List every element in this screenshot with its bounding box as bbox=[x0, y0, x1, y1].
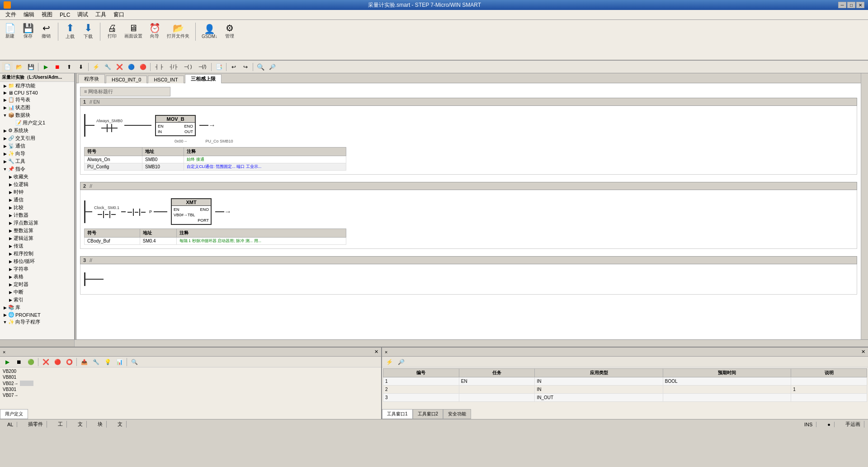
tree-item-wizard[interactable]: ▶ ✨ 向导 bbox=[0, 150, 74, 157]
tab-three-phase[interactable]: 三相感上限 bbox=[185, 74, 222, 83]
tree-item-cpu[interactable]: ▶ 🖥 CPU ST40 bbox=[0, 90, 74, 96]
tree-item-status[interactable]: ▶ 📊 状态图 bbox=[0, 104, 74, 111]
close-button[interactable]: ✕ bbox=[856, 2, 864, 8]
menu-plc[interactable]: PLC bbox=[56, 11, 74, 19]
h-scroll-track[interactable] bbox=[75, 340, 868, 347]
tab-hsc0-int0[interactable]: HSC0_INT_0 bbox=[106, 76, 147, 83]
menu-debug[interactable]: 调试 bbox=[74, 10, 92, 19]
h-scrollbar[interactable] bbox=[0, 339, 868, 347]
tb2-upload[interactable]: ⬆ bbox=[64, 62, 75, 72]
tb2-zoom-out[interactable]: 🔎 bbox=[267, 62, 278, 72]
tb2-download[interactable]: ⬇ bbox=[75, 62, 86, 72]
tb2-btn6[interactable]: 🔵 bbox=[126, 62, 137, 72]
tree-item-float[interactable]: ▶ 浮点数运算 bbox=[0, 219, 74, 227]
br-btn1[interactable]: ⚡ bbox=[384, 357, 395, 367]
tree-item-shift[interactable]: ▶ 移位/循环 bbox=[0, 257, 74, 265]
bottom-left-close[interactable]: ✕ bbox=[374, 349, 378, 355]
tree-item-bit[interactable]: ▶ 位逻辑 bbox=[0, 181, 74, 188]
download-button[interactable]: ⬇ 下载 bbox=[80, 22, 96, 41]
var-vb07[interactable]: VB07→ bbox=[1, 392, 380, 398]
tb2-run[interactable]: ▶ bbox=[40, 62, 51, 72]
maximize-button[interactable]: □ bbox=[847, 2, 855, 8]
tree-item-tools[interactable]: ▶ 🔧 工具 bbox=[0, 157, 74, 165]
tb2-btn4[interactable]: 🔧 bbox=[102, 62, 113, 72]
screen-settings-button[interactable]: 🖥 画面设置 bbox=[122, 22, 145, 41]
tb2-ncontact[interactable]: ┤/├ bbox=[167, 62, 180, 72]
tab-program-block[interactable]: 程序块 bbox=[78, 74, 105, 83]
network-title-input[interactable]: ≡ 网络标题行 bbox=[80, 87, 170, 96]
tb2-zoom-in[interactable]: 🔍 bbox=[255, 62, 266, 72]
bl-btn11[interactable]: 🔍 bbox=[129, 357, 140, 367]
tree-item-counter[interactable]: ▶ 计数器 bbox=[0, 211, 74, 219]
var-vb801[interactable]: VB801 bbox=[1, 374, 380, 380]
bl-tab-userdef[interactable]: 用户定义 bbox=[0, 409, 28, 419]
tree-item-logic[interactable]: ▶ 逻辑运算 bbox=[0, 234, 74, 242]
tree-item-wizard-sub[interactable]: ▼ ✨ 向导子程序 bbox=[0, 318, 74, 326]
tree-item-userdef[interactable]: 📝 用户定义1 bbox=[0, 119, 74, 127]
tb2-redo[interactable]: ↪ bbox=[240, 62, 251, 72]
bl-btn1[interactable]: ▶ bbox=[2, 357, 13, 367]
tb2-contact[interactable]: ┤ ├ bbox=[152, 62, 166, 72]
tree-item-instructions[interactable]: ▼ 📌 指令 bbox=[0, 165, 74, 173]
menu-window[interactable]: 窗口 bbox=[110, 10, 128, 19]
tree-item-comm2[interactable]: ▶ 通信 bbox=[0, 196, 74, 204]
tree-item-compare[interactable]: ▶ 比较 bbox=[0, 204, 74, 211]
open-folder-button[interactable]: 📂 打开文件夹 bbox=[165, 22, 192, 41]
print-button[interactable]: 🖨 打印 bbox=[104, 22, 120, 41]
bl-btn7[interactable]: 📤 bbox=[79, 357, 90, 367]
tb2-network[interactable]: 📑 bbox=[213, 62, 224, 72]
bl-btn10[interactable]: 📊 bbox=[114, 357, 125, 367]
tree-item-fav[interactable]: ▶ 收藏夹 bbox=[0, 173, 74, 181]
minimize-button[interactable]: ─ bbox=[838, 2, 846, 8]
bl-btn3[interactable]: 🟢 bbox=[25, 357, 36, 367]
tou-button[interactable]: ⏰ 向导 bbox=[146, 22, 163, 41]
br-tab-3[interactable]: 安全功能 bbox=[443, 409, 471, 419]
bl-btn9[interactable]: 💡 bbox=[102, 357, 113, 367]
tree-item-progctrl[interactable]: ▶ 程序控制 bbox=[0, 250, 74, 257]
menu-view[interactable]: 视图 bbox=[38, 10, 56, 19]
new-button[interactable]: 📄 新建 bbox=[2, 22, 18, 41]
var-vb200[interactable]: VB200 bbox=[1, 368, 380, 374]
br-tab-2[interactable]: 工具窗口2 bbox=[413, 409, 443, 419]
tree-item-move[interactable]: ▶ 传送 bbox=[0, 242, 74, 250]
undo-button[interactable]: ↩ 撤销 bbox=[38, 22, 54, 41]
tree-item-table[interactable]: ▶ 表格 bbox=[0, 273, 74, 281]
bl-btn8[interactable]: 🔧 bbox=[90, 357, 101, 367]
tb2-btn3[interactable]: ⚡ bbox=[90, 62, 101, 72]
tb2-coil[interactable]: ─( ) bbox=[181, 62, 195, 72]
tb2-open[interactable]: 📂 bbox=[14, 62, 24, 72]
tree-item-comm[interactable]: ▶ 📡 通信 bbox=[0, 142, 74, 150]
tb2-undo2[interactable]: ↩ bbox=[228, 62, 239, 72]
bl-btn5[interactable]: 🔴 bbox=[52, 357, 63, 367]
var-vb029[interactable]: VB02→ bbox=[1, 380, 380, 386]
manage-button[interactable]: ⚙ 管理 bbox=[222, 22, 238, 41]
save-button[interactable]: 💾 保存 bbox=[20, 22, 36, 41]
right-scrollbar[interactable] bbox=[861, 73, 868, 339]
editor-content[interactable]: ≡ 网络标题行 1 // EN bbox=[76, 83, 861, 339]
tree-item-datablock[interactable]: ▼ 📦 数据块 bbox=[0, 111, 74, 119]
var-vb301[interactable]: VB301 bbox=[1, 386, 380, 392]
tree-item-index[interactable]: ▶ 索引 bbox=[0, 296, 74, 304]
bl-btn6[interactable]: ⭕ bbox=[64, 357, 75, 367]
bl-btn4[interactable]: ❌ bbox=[40, 357, 51, 367]
bl-btn2[interactable]: ⏹ bbox=[14, 357, 24, 367]
tb2-new[interactable]: 📄 bbox=[2, 62, 13, 72]
tree-item-program[interactable]: ▶ 📁 程序功能 bbox=[0, 82, 74, 90]
menu-file[interactable]: 文件 bbox=[2, 10, 20, 19]
tb2-stop[interactable]: ⏹ bbox=[52, 62, 63, 72]
tree-item-lib[interactable]: ▶ 📚 库 bbox=[0, 304, 74, 311]
tree-item-int-math[interactable]: ▶ 整数运算 bbox=[0, 227, 74, 234]
tree-item-interrupt[interactable]: ▶ 中断 bbox=[0, 288, 74, 296]
tree-item-profinet[interactable]: ▶ 🌐 PROFINET bbox=[0, 311, 74, 318]
upload-button[interactable]: ⬆ 上载 bbox=[62, 22, 78, 41]
br-tab-1[interactable]: 工具窗口1 bbox=[382, 409, 413, 419]
gsdm-button[interactable]: 👤 GSDM↓ bbox=[199, 23, 220, 40]
tree-item-sysblock[interactable]: ▶ ⚙ 系统块 bbox=[0, 127, 74, 134]
menu-edit[interactable]: 编辑 bbox=[20, 10, 38, 19]
br-btn2[interactable]: 🔎 bbox=[396, 357, 406, 367]
tb2-btn5[interactable]: ❌ bbox=[114, 62, 125, 72]
tree-item-string[interactable]: ▶ 字符串 bbox=[0, 265, 74, 273]
tb2-btn7[interactable]: 🔴 bbox=[137, 62, 148, 72]
tree-item-symbol[interactable]: ▶ 📋 符号表 bbox=[0, 96, 74, 104]
bottom-right-close[interactable]: ✕ bbox=[861, 349, 865, 355]
